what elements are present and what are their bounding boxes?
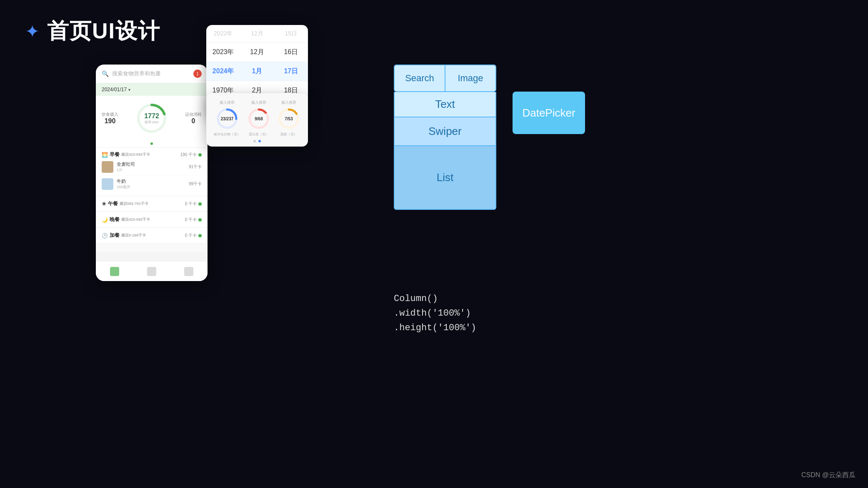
ring-carbs: 摄入推荐 23/237 碳水化合物（克） (214, 100, 240, 137)
dp-day-0: 15日 (274, 30, 308, 37)
meal-lunch[interactable]: ☀午餐 建议592-761千卡 0 千卡 (96, 196, 208, 212)
dp-year-1: 2023年 (206, 48, 240, 57)
intake-stat: 饮食摄入 190 (102, 112, 118, 125)
dp-row-1[interactable]: 2023年 12月 16日 (206, 43, 308, 62)
calorie-circle: 1772 推荐1962 (135, 102, 168, 135)
search-icon: 🔍 (102, 70, 109, 77)
dp-month-1: 12月 (240, 48, 274, 57)
meal-snack[interactable]: 🕐加餐 建议0-169千卡 0 千卡 (96, 227, 208, 243)
bottom-nav-user[interactable] (184, 267, 193, 276)
remaining-hint: 推荐1962 (144, 120, 159, 124)
food-name-milk: 牛奶 (117, 178, 130, 184)
dp-day-selected: 17日 (274, 67, 308, 76)
dot-1 (253, 140, 256, 142)
ring-carbs-title: 摄入推荐 (220, 100, 235, 105)
food-item-toast[interactable]: 全麦吐司 1片 91千卡 (102, 158, 202, 175)
meal-breakfast-name: 🌅早餐 建议423-592千卡 (102, 151, 150, 158)
ring-fat-circle: 7/53 (277, 107, 300, 130)
header-icon: ✦ (25, 21, 40, 42)
meal-dinner[interactable]: 🌙晚餐 建议423-592千卡 0 千卡 (96, 212, 208, 227)
page-header: ✦ 首页UI设计 (25, 17, 160, 46)
food-amount-milk: 150毫升 (117, 184, 130, 190)
list-component: List (394, 146, 496, 210)
burn-label: 运动消耗 (185, 112, 202, 117)
search-image-row: Search Image (394, 65, 496, 92)
datepicker-label: DatePicker (522, 107, 575, 120)
nutrition-rings: 摄入推荐 23/237 碳水化合物（克） 摄入推荐 (210, 100, 304, 137)
column-code: Column() .width('100%') .height('100%') (394, 291, 476, 336)
date-text: 2024/01/17 (102, 87, 127, 92)
search-placeholder: 搜索食物营养和热量 (112, 70, 190, 77)
ring-carbs-circle: 23/237 (215, 107, 239, 130)
swiper-component: Swiper (394, 117, 496, 146)
circle-center: 1772 推荐1962 (144, 112, 159, 124)
dp-day-1: 16日 (274, 48, 308, 57)
code-line3: .height('100%') (394, 321, 476, 335)
dp-month-selected: 1月 (240, 67, 274, 76)
dp-month-0: 12月 (240, 30, 274, 37)
home-nav-icon (110, 267, 119, 276)
protein-label: 蛋白质（克） (249, 132, 269, 137)
carbs-value: 23/237 (221, 117, 234, 121)
fat-label: 脂肪（克） (280, 132, 297, 137)
food-name-toast: 全麦吐司 (117, 161, 135, 167)
dropdown-icon: ▾ (128, 87, 130, 92)
dp-row-selected[interactable]: 2024年 1月 17日 (206, 62, 308, 81)
calorie-section: 饮食摄入 190 1772 推荐1962 运动消耗 0 (96, 96, 208, 141)
meal-more (96, 243, 208, 252)
code-line1: Column() (394, 291, 476, 306)
bottom-nav-stats[interactable] (147, 267, 156, 276)
food-thumb-toast (102, 161, 113, 173)
bottom-nav (96, 261, 208, 281)
remaining-value: 1772 (144, 112, 159, 120)
ring-fat-title: 摄入推荐 (281, 100, 296, 105)
dp-year-selected: 2024年 (206, 67, 240, 76)
dp-row-0: 2022年 12月 15日 (206, 25, 308, 43)
fat-value: 7/53 (285, 117, 293, 121)
phone-search-bar[interactable]: 🔍 搜索食物营养和热量 1 (96, 65, 208, 83)
nutrition-card: 摄入推荐 23/237 碳水化合物（克） 摄入推荐 (206, 93, 308, 147)
meal-breakfast-calories: 190 千卡 (180, 152, 202, 158)
intake-label: 饮食摄入 (102, 112, 118, 117)
text-component: Text (394, 92, 496, 117)
code-line2: .width('100%') (394, 306, 476, 321)
notification-badge: 1 (193, 70, 202, 78)
search-component: Search (395, 65, 445, 91)
meal-dinner-calories: 0 千卡 (185, 217, 202, 223)
meal-breakfast[interactable]: 🌅早餐 建议423-592千卡 190 千卡 全麦吐司 1片 91千卡 牛奶 (96, 147, 208, 196)
dp-year-0: 2022年 (206, 30, 240, 37)
stats-nav-icon (147, 267, 156, 276)
meal-dinner-name: 🌙晚餐 建议423-592千卡 (102, 216, 150, 223)
phone-mockup: 🔍 搜索食物营养和热量 1 2024/01/17 ▾ 饮食摄入 190 1772… (96, 65, 208, 281)
ring-protein: 摄入推荐 9/68 蛋白质（克） (247, 100, 270, 137)
dot-2 (258, 140, 261, 142)
carbs-label: 碳水化合物（克） (214, 132, 240, 137)
food-cal-milk: 99千卡 (189, 181, 202, 187)
date-bar[interactable]: 2024/01/17 ▾ (96, 83, 208, 96)
burn-stat: 运动消耗 0 (185, 112, 202, 125)
food-amount-toast: 1片 (117, 167, 135, 173)
intake-value: 190 (102, 117, 118, 125)
burn-value: 0 (185, 117, 202, 125)
food-cal-toast: 91千卡 (189, 164, 202, 170)
protein-value: 9/68 (255, 117, 263, 121)
meal-lunch-name: ☀午餐 建议592-761千卡 (102, 200, 148, 207)
user-nav-icon (184, 267, 193, 276)
food-item-milk[interactable]: 牛奶 150毫升 99千卡 (102, 175, 202, 192)
ring-protein-title: 摄入推荐 (251, 100, 266, 105)
nutrition-page-dots (210, 140, 304, 142)
ring-fat: 摄入推荐 7/53 脂肪（克） (277, 100, 300, 137)
ui-diagram: Search Image Text Swiper List (394, 65, 496, 210)
datepicker-component: DatePicker (513, 92, 585, 134)
meal-snack-calories: 0 千卡 (185, 233, 202, 239)
image-component: Image (445, 65, 495, 91)
watermark: CSDN @云朵西瓜 (801, 471, 855, 480)
meal-snack-name: 🕐加餐 建议0-169千卡 (102, 232, 146, 239)
bottom-nav-home[interactable] (110, 267, 119, 276)
page-title: 首页UI设计 (47, 17, 160, 46)
food-thumb-milk (102, 178, 113, 190)
progress-indicator (96, 141, 208, 147)
ring-protein-circle: 9/68 (247, 107, 270, 130)
meal-breakfast-suggest: 建议423-592千卡 (121, 152, 150, 157)
meal-lunch-calories: 0 千卡 (185, 201, 202, 207)
